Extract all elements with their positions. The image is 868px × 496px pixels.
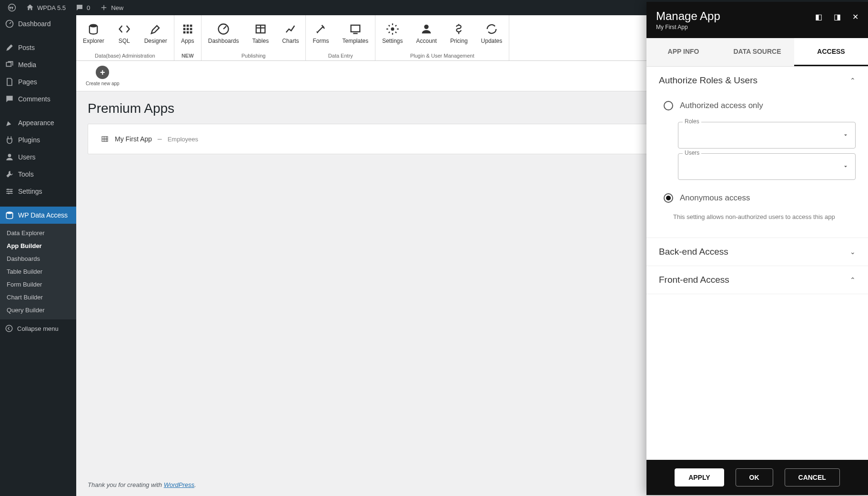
svg-rect-23: [351, 25, 360, 31]
section-title: Back-end Access: [659, 247, 728, 257]
footer-wp-link[interactable]: WordPress: [164, 481, 194, 488]
tool-label: Designer: [144, 38, 167, 44]
submenu-data-explorer[interactable]: Data Explorer: [0, 227, 76, 239]
radio-label: Authorized access only: [680, 101, 763, 110]
submenu-form-builder[interactable]: Form Builder: [0, 278, 76, 291]
group-dbadmin: Data(base) Administration: [76, 51, 174, 60]
tool-label: Dashboards: [208, 38, 239, 44]
menu-appearance[interactable]: Appearance: [0, 114, 76, 131]
tool-label: Forms: [313, 38, 329, 44]
section-frontend: Front-end Access ⌃: [646, 266, 868, 294]
tool-label: Apps: [181, 38, 194, 44]
menu-settings[interactable]: Settings: [0, 183, 76, 200]
dropdown-icon: [843, 132, 848, 138]
cancel-button[interactable]: CANCEL: [785, 468, 840, 486]
tab-access[interactable]: ACCESS: [794, 38, 868, 66]
dock-left-icon[interactable]: ◧: [815, 12, 822, 21]
menu-comments[interactable]: Comments: [0, 90, 76, 108]
tool-dashboards[interactable]: Dashboards: [202, 15, 246, 51]
tool-tables[interactable]: Tables: [245, 15, 275, 51]
svg-point-24: [391, 27, 394, 30]
plus-icon: +: [96, 66, 109, 79]
menu-label: Dashboard: [18, 20, 51, 28]
section-backend-head[interactable]: Back-end Access ⌄: [646, 238, 868, 266]
menu-label: Settings: [18, 188, 42, 195]
tool-label: Templates: [342, 38, 368, 44]
tool-account[interactable]: Account: [410, 15, 444, 51]
tool-updates[interactable]: Updates: [474, 15, 509, 51]
tool-label: Charts: [282, 38, 299, 44]
drawer-title: Manage App: [656, 10, 720, 23]
site-name[interactable]: WPDA 5.5: [22, 0, 70, 15]
section-backend: Back-end Access ⌄: [646, 238, 868, 266]
svg-rect-20: [190, 31, 192, 33]
svg-point-10: [6, 325, 12, 332]
menu-users[interactable]: Users: [0, 149, 76, 166]
comments-link[interactable]: 0: [71, 0, 94, 15]
menu-label: Pages: [18, 78, 37, 86]
footer: Thank you for creating with WordPress.: [88, 481, 196, 488]
users-field[interactable]: Users: [678, 153, 856, 180]
svg-point-8: [8, 193, 10, 194]
menu-tools[interactable]: Tools: [0, 166, 76, 183]
tool-label: Account: [416, 38, 437, 44]
tool-label: Tables: [252, 38, 269, 44]
submenu-dashboards[interactable]: Dashboards: [0, 252, 76, 265]
wp-logo[interactable]: [4, 0, 20, 15]
svg-rect-13: [186, 24, 189, 27]
menu-posts[interactable]: Posts: [0, 39, 76, 56]
svg-rect-18: [183, 31, 185, 33]
tool-settings[interactable]: Settings: [375, 15, 409, 51]
menu-dashboard[interactable]: Dashboard: [0, 15, 76, 32]
roles-field[interactable]: Roles: [678, 122, 856, 149]
menu-label: Comments: [18, 95, 50, 103]
tool-sql[interactable]: SQL: [111, 15, 138, 51]
tab-data-source[interactable]: DATA SOURCE: [720, 38, 794, 66]
section-authorize-head[interactable]: Authorize Roles & Users ⌃: [646, 67, 868, 94]
drawer-tabs: APP INFO DATA SOURCE ACCESS: [646, 38, 868, 67]
radio-authorized[interactable]: Authorized access only: [659, 96, 856, 117]
submenu-wpda: Data Explorer App Builder Dashboards Tab…: [0, 224, 76, 319]
dock-right-icon[interactable]: ◨: [834, 12, 841, 21]
radio-anonymous[interactable]: Anonymous access: [659, 188, 856, 209]
menu-label: Tools: [18, 170, 34, 178]
svg-rect-16: [186, 28, 189, 30]
section-frontend-head[interactable]: Front-end Access ⌃: [646, 266, 868, 294]
submenu-chart-builder[interactable]: Chart Builder: [0, 291, 76, 304]
tool-charts[interactable]: Charts: [275, 15, 305, 51]
tool-pricing[interactable]: Pricing: [444, 15, 474, 51]
drawer-body: Authorize Roles & Users ⌃ Authorized acc…: [646, 67, 868, 460]
menu-pages[interactable]: Pages: [0, 73, 76, 90]
tool-forms[interactable]: Forms: [306, 15, 335, 51]
group-publishing: Publishing: [202, 51, 306, 60]
tool-explorer[interactable]: Explorer: [76, 15, 111, 51]
menu-label: WP Data Access: [18, 211, 68, 219]
menu-media[interactable]: Media: [0, 56, 76, 73]
menu-label: Posts: [18, 44, 35, 51]
ok-button[interactable]: OK: [736, 468, 773, 486]
section-authorize: Authorize Roles & Users ⌃ Authorized acc…: [646, 67, 868, 238]
menu-label: Media: [18, 61, 36, 69]
submenu-table-builder[interactable]: Table Builder: [0, 265, 76, 278]
chevron-down-icon: ⌄: [850, 248, 856, 256]
menu-wpda[interactable]: WP Data Access: [0, 207, 76, 224]
new-link[interactable]: New: [96, 0, 127, 15]
drawer-header: Manage App My First App ◧ ◨ ✕: [646, 2, 868, 38]
apply-button[interactable]: APPLY: [675, 468, 724, 486]
admin-sidebar: Dashboard Posts Media Pages Comments App…: [0, 15, 76, 496]
svg-point-25: [424, 24, 429, 29]
tool-designer[interactable]: Designer: [138, 15, 174, 51]
tool-apps[interactable]: Apps: [174, 15, 201, 51]
menu-plugins[interactable]: Plugins: [0, 131, 76, 149]
tool-templates[interactable]: Templates: [335, 15, 375, 51]
tool-label: Pricing: [450, 38, 468, 44]
svg-rect-12: [183, 24, 185, 27]
close-icon[interactable]: ✕: [852, 12, 858, 21]
create-new-app[interactable]: + Create new app: [86, 66, 120, 86]
menu-label: Users: [18, 153, 36, 161]
submenu-app-builder[interactable]: App Builder: [0, 239, 76, 252]
submenu-query-builder[interactable]: Query Builder: [0, 304, 76, 317]
collapse-menu[interactable]: Collapse menu: [0, 319, 76, 337]
tab-app-info[interactable]: APP INFO: [646, 38, 720, 66]
section-title: Front-end Access: [659, 275, 729, 285]
